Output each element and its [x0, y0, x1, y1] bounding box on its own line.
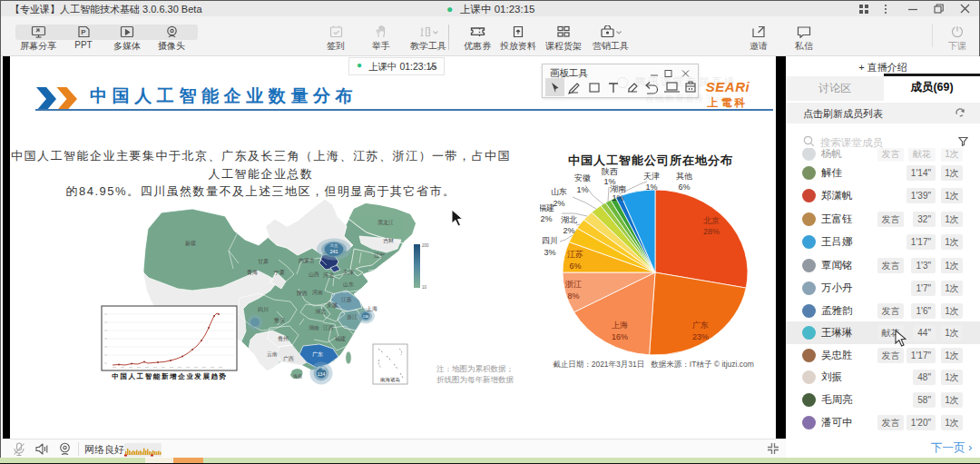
svg-text:山西: 山西 [309, 271, 319, 278]
svg-text:南海诸岛: 南海诸岛 [380, 377, 400, 383]
svg-text:甘肃: 甘肃 [258, 259, 269, 264]
svg-text:云南: 云南 [267, 351, 278, 357]
svg-text:上海: 上海 [366, 306, 377, 311]
svg-text:宁夏: 宁夏 [274, 269, 285, 276]
svg-text:湖北: 湖北 [315, 308, 326, 315]
svg-text:江苏: 江苏 [341, 296, 352, 302]
svg-text:3%: 3% [544, 248, 555, 257]
svg-text:湖北: 湖北 [561, 215, 577, 224]
svg-text:天津: 天津 [643, 172, 660, 181]
svg-text:湖南: 湖南 [610, 184, 626, 193]
svg-text:福建: 福建 [335, 336, 346, 342]
svg-text:四川: 四川 [258, 307, 269, 313]
svg-text:山东: 山东 [551, 187, 567, 196]
svg-text:北京: 北京 [330, 243, 339, 248]
svg-text:河南: 河南 [312, 290, 323, 295]
svg-text:黑龙江: 黑龙江 [377, 220, 394, 225]
svg-text:湖南: 湖南 [309, 325, 319, 331]
svg-text:江西: 江西 [323, 325, 334, 331]
svg-text:中国人工智能公司所在地分布: 中国人工智能公司所在地分布 [568, 153, 733, 167]
svg-text:新疆: 新疆 [185, 240, 196, 247]
svg-text:海南: 海南 [293, 373, 302, 380]
svg-text:28%: 28% [703, 227, 720, 236]
svg-text:23%: 23% [692, 332, 709, 341]
svg-text:134: 134 [318, 371, 326, 377]
svg-text:重庆: 重庆 [273, 317, 285, 323]
svg-text:北京: 北京 [703, 216, 720, 225]
svg-text:天津: 天津 [343, 270, 354, 275]
svg-text:8%: 8% [567, 291, 579, 301]
svg-text:2%: 2% [553, 199, 564, 208]
svg-text:内蒙古: 内蒙古 [299, 258, 315, 264]
svg-text:241: 241 [329, 249, 338, 254]
svg-text:1%: 1% [612, 193, 623, 202]
svg-text:安徽: 安徽 [327, 301, 338, 309]
svg-text:贵州: 贵州 [278, 336, 289, 342]
svg-text:注：地图为累积数据；: 注：地图为累积数据； [436, 364, 514, 373]
svg-text:广东: 广东 [312, 350, 323, 357]
svg-text:广西: 广西 [283, 356, 294, 362]
svg-text:其他: 其他 [676, 172, 692, 181]
svg-text:1%: 1% [576, 185, 588, 194]
svg-text:河北: 河北 [323, 271, 334, 279]
svg-text:6%: 6% [569, 262, 581, 271]
svg-text:折线图为每年新增数据: 折线图为每年新增数据 [436, 375, 514, 384]
svg-text:吉林: 吉林 [383, 238, 395, 244]
svg-text:陕西: 陕西 [602, 167, 618, 176]
svg-text:陕西: 陕西 [297, 290, 308, 297]
svg-text:截止日期：2021年3月31日 数据来源：IT桔子 ©: 截止日期：2021年3月31日 数据来源：IT桔子 © itjuzi.com [553, 360, 754, 369]
svg-text:四川: 四川 [542, 236, 558, 245]
svg-text:10: 10 [422, 285, 427, 290]
svg-text:广东: 广东 [318, 366, 327, 370]
svg-text:安徽: 安徽 [574, 173, 591, 183]
svg-text:上海: 上海 [612, 321, 628, 330]
svg-text:辽宁: 辽宁 [374, 252, 385, 258]
svg-text:浙江: 浙江 [347, 314, 358, 320]
svg-text:青海: 青海 [247, 270, 258, 275]
svg-text:IT桔子: IT桔子 [734, 201, 762, 218]
svg-text:江苏: 江苏 [567, 250, 583, 259]
svg-text:6%: 6% [678, 183, 690, 192]
svg-text:2%: 2% [540, 214, 552, 223]
svg-text:浙江: 浙江 [564, 280, 582, 289]
svg-text:P: P [81, 28, 86, 36]
svg-text:16%: 16% [612, 332, 628, 341]
svg-text:广东: 广东 [692, 321, 709, 330]
svg-text:山东: 山东 [343, 281, 354, 287]
svg-text:200: 200 [422, 243, 429, 248]
svg-text:2%: 2% [563, 226, 574, 235]
svg-text:1%: 1% [645, 183, 657, 192]
svg-text:中国人工智能新增企业发展趋势: 中国人工智能新增企业发展趋势 [112, 372, 227, 380]
svg-text:136: 136 [363, 314, 369, 319]
